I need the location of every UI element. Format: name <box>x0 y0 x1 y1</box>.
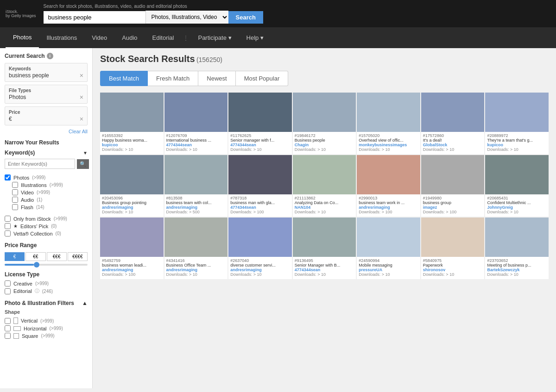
vetta-label: Vetta® Collection <box>13 231 53 236</box>
image-id: #15705020 <box>359 133 418 138</box>
image-item[interactable]: #15705020 Overhead view of offic... monk… <box>357 93 420 154</box>
image-author[interactable]: Chagin <box>295 143 354 147</box>
price-btn-4euro[interactable]: €€€€ <box>68 252 88 261</box>
nav-item-video[interactable]: Video <box>84 28 114 48</box>
image-item[interactable]: #24590994 Mobile messaging pressureUA Do… <box>357 218 420 279</box>
keywords-filter-title[interactable]: Keyword(s) ▼ <box>5 149 88 156</box>
nav-item-help[interactable]: Help ▾ <box>239 28 271 48</box>
image-author[interactable]: andresrimaging <box>230 268 290 272</box>
image-author[interactable]: GlobalStock <box>423 143 483 147</box>
image-author[interactable]: NAN104 <box>295 205 354 210</box>
image-id: #17572860 <box>423 133 483 138</box>
image-author[interactable]: andresrimaging <box>166 205 226 210</box>
shape-square-checkbox[interactable] <box>5 333 11 339</box>
license-editorial-checkbox[interactable] <box>5 288 11 294</box>
image-item[interactable]: #5840975 Paperwork shironosov Downloads:… <box>421 218 485 279</box>
image-item[interactable]: #16553392 Happy business woma... kupicoo… <box>100 93 164 154</box>
license-creative-checkbox[interactable] <box>5 280 11 286</box>
image-author[interactable]: BartekSzewczyk <box>487 268 547 272</box>
filetype-illustrations-checkbox[interactable] <box>12 182 18 188</box>
info-icon[interactable]: i <box>47 53 53 59</box>
image-author[interactable]: andresrimaging <box>359 205 418 210</box>
photo-filters-title[interactable]: Photo & Illustration Filters ▲ <box>5 300 88 306</box>
price-btn-1euro[interactable]: € <box>5 252 25 261</box>
image-item[interactable]: #4341416 Business Office Team ... andres… <box>164 218 228 279</box>
shape-vertical-checkbox[interactable] <box>5 318 11 324</box>
image-item[interactable]: #1949980 business group imagez Downloads… <box>421 155 485 217</box>
search-type-select[interactable]: Photos, Illustrations, Video <box>145 11 228 24</box>
vetta-checkbox[interactable] <box>5 230 11 236</box>
image-author[interactable]: kupicoo <box>102 143 162 147</box>
image-author[interactable]: 4774344sean <box>166 143 226 147</box>
filetype-video-checkbox[interactable] <box>12 189 18 195</box>
image-item[interactable]: #20685431 Confident Multiethnic ... John… <box>485 155 549 217</box>
image-item[interactable]: #19846172 Business people Chagin Downloa… <box>293 93 356 154</box>
image-item[interactable]: #20889972 They're a team that's g... kup… <box>485 93 549 154</box>
only-istock-checkbox[interactable] <box>5 216 11 222</box>
price-slider-thumb[interactable] <box>34 262 39 268</box>
nav-item-illustrations[interactable]: Illustrations <box>39 28 84 48</box>
only-istock-count: (>999) <box>54 216 67 221</box>
keyword-input[interactable] <box>5 159 75 169</box>
sort-tab-fresh-match[interactable]: Fresh Match <box>148 71 198 86</box>
image-author[interactable]: pressureUA <box>359 268 418 272</box>
image-author[interactable]: shironosov <box>423 268 483 272</box>
price-btn-3euro[interactable]: €€€ <box>47 252 67 261</box>
image-item[interactable]: #21113862 Analyzing Data on Co... NAN104… <box>293 155 356 217</box>
image-item[interactable]: #813508 business team with col... andres… <box>164 155 228 217</box>
search-button[interactable]: Search <box>228 11 263 24</box>
image-author[interactable]: 4774344sean <box>230 205 290 210</box>
image-author[interactable]: imagez <box>423 205 483 210</box>
image-item[interactable]: #5492759 business woman leadi... andresr… <box>100 218 164 279</box>
image-author[interactable]: andresrimaging <box>166 268 226 272</box>
image-item[interactable]: #23703652 Meeting of business p... Barte… <box>485 218 549 279</box>
image-author[interactable]: andresrimaging <box>102 268 162 272</box>
nav-item-participate[interactable]: Participate ▾ <box>190 28 239 48</box>
image-item[interactable]: #787318 business man with gla... 4774344… <box>228 155 292 217</box>
nav-item-editorial[interactable]: Editorial <box>145 28 182 48</box>
editorial-info-icon[interactable]: ⓘ <box>35 288 39 294</box>
sort-tab-best-match[interactable]: Best Match <box>100 71 148 86</box>
keywords-remove-icon[interactable]: × <box>80 72 83 79</box>
clear-all-link[interactable]: Clear All <box>69 129 88 134</box>
image-item[interactable]: #12076709 International business ... 477… <box>164 93 228 154</box>
image-author[interactable]: 4774344sean <box>230 143 290 147</box>
sort-tab-most-popular[interactable]: Most Popular <box>236 71 289 86</box>
header: iStock. by Getty Images Search for stock… <box>0 0 556 27</box>
price-slider-track <box>5 264 34 266</box>
shape-vertical-icon <box>13 317 18 324</box>
image-item[interactable]: #11762625 Senior manager with f... 47743… <box>228 93 292 154</box>
image-author[interactable]: 4774344sean <box>295 268 354 272</box>
image-id: #5840975 <box>423 258 483 263</box>
image-item[interactable]: #2990013 business team work in ... andre… <box>357 155 420 217</box>
file-types-remove-icon[interactable]: × <box>80 94 83 100</box>
sort-tab-newest[interactable]: Newest <box>198 71 235 86</box>
shape-title: Shape <box>5 309 88 315</box>
license-editorial-item: Editorial ⓘ (246) <box>5 288 88 294</box>
image-item[interactable]: #2637040 diverse customer servi... andre… <box>228 218 292 279</box>
image-downloads: Downloads: > 10 <box>166 147 226 152</box>
editors-pick-checkbox[interactable] <box>5 223 11 229</box>
keyword-search-button[interactable]: 🔍 <box>77 159 89 169</box>
image-downloads: Downloads: > 10 <box>166 272 226 277</box>
image-item[interactable]: #20453096 Business group pointing andres… <box>100 155 164 217</box>
price-btn-2euro[interactable]: €€ <box>25 252 45 261</box>
nav-item-photos[interactable]: Photos <box>6 27 39 48</box>
image-downloads: Downloads: > 100 <box>230 210 290 214</box>
price-slider[interactable] <box>5 264 88 266</box>
filetype-audio-checkbox[interactable] <box>12 197 18 203</box>
filetype-photos-checkbox[interactable] <box>5 174 11 180</box>
image-item[interactable]: #17572860 It's a deal! GlobalStock Downl… <box>421 93 485 154</box>
search-input[interactable] <box>44 11 145 24</box>
image-item[interactable]: #9136495 Senior Manager with B... 477434… <box>293 218 356 279</box>
image-author[interactable]: kupicoo <box>487 143 547 147</box>
image-author[interactable]: JohnnyGreig <box>487 205 547 210</box>
filetype-flash-checkbox[interactable] <box>12 204 18 210</box>
price-remove-icon[interactable]: × <box>80 116 83 122</box>
image-author[interactable]: andresrimaging <box>102 205 162 210</box>
shape-horizontal-checkbox[interactable] <box>5 325 11 331</box>
filetype-audio-count: (1) <box>37 197 42 202</box>
nav-item-audio[interactable]: Audio <box>114 28 145 48</box>
image-author[interactable]: monkeybusinessimages <box>359 143 418 147</box>
license-type-section: License Type Creative (>999) Editorial ⓘ… <box>5 271 88 294</box>
